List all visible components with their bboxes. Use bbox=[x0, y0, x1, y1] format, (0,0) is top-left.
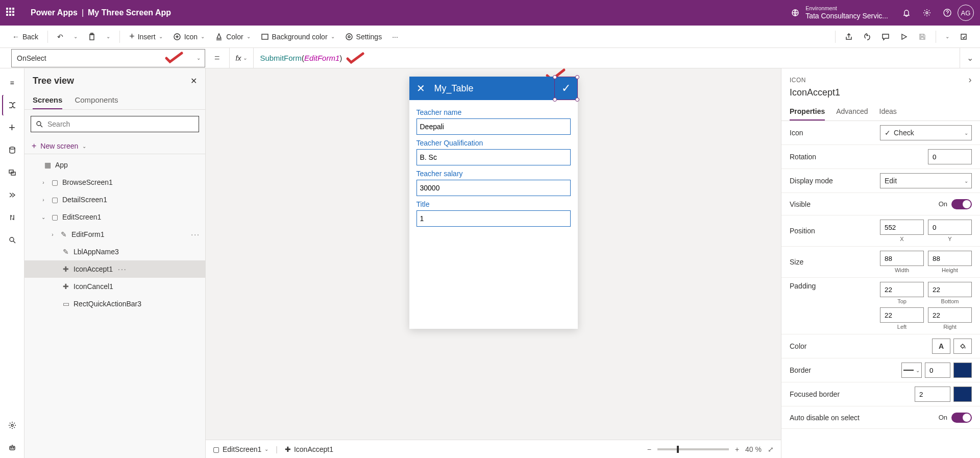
rail-tree-icon[interactable] bbox=[2, 95, 22, 115]
node-detailscreen[interactable]: ›▢DetailScreen1 bbox=[24, 191, 205, 208]
icon-button[interactable]: Icon⌄ bbox=[169, 31, 209, 43]
overflow-button[interactable]: ··· bbox=[388, 31, 402, 43]
undo-menu[interactable]: ⌄ bbox=[69, 32, 82, 41]
help-icon[interactable] bbox=[937, 3, 958, 23]
fill-color-button[interactable] bbox=[953, 339, 972, 354]
node-rectquickaction[interactable]: ▭RectQuickActionBar3 bbox=[24, 295, 205, 312]
displaymode-select[interactable]: Edit⌄ bbox=[880, 173, 972, 188]
rail-flows-icon[interactable] bbox=[2, 185, 22, 205]
breadcrumb-control[interactable]: ✚ IconAccept1 bbox=[285, 445, 333, 453]
node-editscreen[interactable]: ⌄▢EditScreen1 bbox=[24, 208, 205, 226]
rail-media-icon[interactable] bbox=[2, 162, 22, 183]
pad-bottom-input[interactable] bbox=[928, 282, 972, 297]
checker-icon[interactable] bbox=[859, 31, 875, 43]
node-iconcancel[interactable]: ✚IconCancel1 bbox=[24, 278, 205, 295]
zoom-slider[interactable] bbox=[657, 448, 729, 450]
pos-y-input[interactable] bbox=[928, 220, 972, 235]
toggle-state: On bbox=[939, 414, 947, 421]
environment-picker[interactable]: Environment Tata Consultancy Servic... bbox=[805, 5, 888, 20]
preview-icon[interactable] bbox=[896, 31, 912, 43]
publish-menu[interactable]: ⌄ bbox=[941, 32, 953, 41]
form-body: Teacher name Teacher Qualification Teach… bbox=[409, 100, 578, 329]
zoom-out-icon[interactable]: − bbox=[647, 445, 651, 453]
pad-top-input[interactable] bbox=[880, 282, 924, 297]
rotation-input[interactable] bbox=[928, 149, 972, 164]
color-button[interactable]: Color⌄ bbox=[211, 31, 254, 43]
cancel-icon[interactable]: ✕ bbox=[416, 82, 425, 94]
svg-point-17 bbox=[11, 447, 12, 448]
node-app[interactable]: ▦App bbox=[24, 156, 205, 174]
fit-icon[interactable]: ⤢ bbox=[768, 445, 774, 453]
paste-button[interactable] bbox=[84, 31, 100, 43]
field-input[interactable] bbox=[416, 149, 571, 165]
insert-button[interactable]: +Insert⌄ bbox=[125, 29, 167, 44]
property-selector[interactable]: OnSelect⌄ bbox=[11, 49, 205, 67]
settings-icon[interactable] bbox=[917, 3, 937, 23]
save-icon[interactable] bbox=[914, 31, 930, 43]
focused-border-color-swatch[interactable] bbox=[953, 387, 972, 402]
new-screen-button[interactable]: +New screen⌄ bbox=[24, 138, 205, 154]
paste-menu[interactable]: ⌄ bbox=[102, 32, 114, 41]
tree-search[interactable] bbox=[31, 116, 199, 132]
undo-button[interactable]: ↶ bbox=[53, 31, 67, 43]
node-browsescreen[interactable]: ›▢BrowseScreen1 bbox=[24, 174, 205, 191]
tab-ideas[interactable]: Ideas bbox=[879, 103, 897, 120]
field-input[interactable] bbox=[416, 118, 571, 135]
width-input[interactable] bbox=[880, 251, 924, 266]
toggle-state: On bbox=[939, 200, 947, 208]
rail-settings-icon[interactable] bbox=[2, 415, 22, 436]
back-button[interactable]: ←Back bbox=[8, 31, 42, 43]
node-editform[interactable]: ›✎EditForm1··· bbox=[24, 226, 205, 243]
field-input[interactable] bbox=[416, 210, 571, 227]
focused-border-input[interactable] bbox=[915, 387, 950, 402]
rail-insert-icon[interactable]: + bbox=[2, 117, 22, 138]
prop-label: Visible bbox=[790, 200, 939, 208]
comments-icon[interactable] bbox=[877, 31, 894, 43]
autodisable-toggle[interactable] bbox=[951, 413, 972, 423]
fx-button[interactable]: fx⌄ bbox=[229, 48, 254, 68]
tab-properties[interactable]: Properties bbox=[790, 103, 825, 120]
tab-screens[interactable]: Screens bbox=[33, 91, 62, 109]
field-input[interactable] bbox=[416, 180, 571, 196]
border-style-select[interactable]: ⌄ bbox=[901, 363, 922, 378]
rail-virtual-agent-icon[interactable] bbox=[2, 438, 22, 458]
close-tree-icon[interactable]: ✕ bbox=[190, 76, 197, 86]
settings-button[interactable]: Settings bbox=[341, 31, 386, 43]
prop-label: Color bbox=[790, 342, 932, 350]
rail-search-icon[interactable] bbox=[2, 230, 22, 250]
rail-variables-icon[interactable] bbox=[2, 207, 22, 228]
border-width-input[interactable] bbox=[925, 363, 950, 378]
bgcolor-button[interactable]: Background color⌄ bbox=[257, 31, 339, 43]
share-icon[interactable] bbox=[841, 31, 857, 43]
border-color-swatch[interactable] bbox=[953, 363, 972, 378]
pad-right-input[interactable] bbox=[928, 307, 972, 323]
rail-hamburger-icon[interactable]: ≡ bbox=[2, 73, 22, 93]
icon-select[interactable]: ✓ Check⌄ bbox=[880, 125, 972, 140]
svg-point-8 bbox=[346, 34, 352, 40]
breadcrumb-screen[interactable]: ▢ EditScreen1 ⌄ bbox=[213, 445, 268, 453]
environment-icon[interactable] bbox=[785, 3, 805, 23]
user-avatar[interactable]: AG bbox=[958, 5, 974, 21]
app-launcher-icon[interactable] bbox=[6, 8, 16, 18]
app-preview[interactable]: ✕ My_Table ✓ Teacher name Teacher Qualif… bbox=[409, 77, 578, 329]
rail-data-icon[interactable] bbox=[2, 140, 22, 160]
node-lblappname[interactable]: ✎LblAppName3 bbox=[24, 243, 205, 260]
publish-icon[interactable] bbox=[955, 31, 972, 43]
expand-formula-icon[interactable]: ⌄ bbox=[960, 48, 980, 68]
visible-toggle[interactable] bbox=[951, 199, 972, 209]
notifications-icon[interactable] bbox=[896, 3, 917, 23]
annotation-check-icon: ··· bbox=[118, 265, 127, 273]
pad-left-input[interactable] bbox=[880, 307, 924, 323]
font-color-button[interactable]: A bbox=[932, 339, 950, 354]
height-input[interactable] bbox=[928, 251, 972, 266]
brand-title: Power Apps|My Three Screen App bbox=[31, 8, 171, 17]
formula-input[interactable]: SubmitForm(EditForm1) bbox=[254, 48, 960, 68]
search-input[interactable] bbox=[47, 120, 194, 128]
chevron-right-icon[interactable]: › bbox=[969, 75, 972, 85]
node-iconaccept[interactable]: ✚IconAccept1 ··· bbox=[24, 260, 205, 278]
tab-advanced[interactable]: Advanced bbox=[836, 103, 868, 120]
pos-x-input[interactable] bbox=[880, 220, 924, 235]
zoom-in-icon[interactable]: + bbox=[735, 445, 739, 453]
tab-components[interactable]: Components bbox=[75, 91, 118, 109]
accept-icon[interactable]: ✓ bbox=[561, 82, 571, 95]
